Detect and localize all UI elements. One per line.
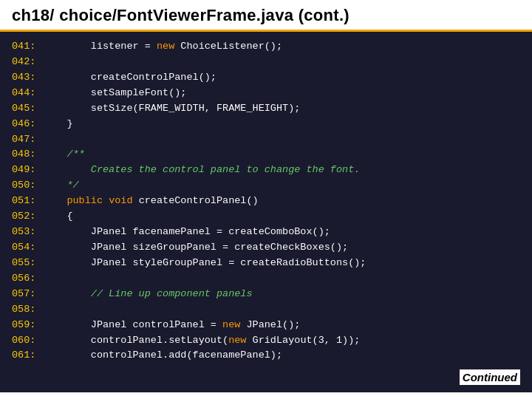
line-number: 051: bbox=[12, 194, 43, 209]
line-number: 053: bbox=[12, 225, 43, 240]
line-number: 057: bbox=[12, 287, 43, 302]
table-row: 054: JPanel sizeGroupPanel = createCheck… bbox=[12, 240, 520, 256]
line-code: public void createControlPanel() bbox=[43, 194, 520, 209]
table-row: 048: /** bbox=[12, 147, 520, 163]
line-code: setSize(FRAME_WIDTH, FRAME_HEIGHT); bbox=[43, 101, 520, 117]
line-code bbox=[43, 271, 520, 287]
line-code: { bbox=[43, 209, 520, 225]
table-row: 057: // Line up component panels bbox=[12, 287, 520, 302]
line-code bbox=[43, 302, 520, 318]
table-row: 045: setSize(FRAME_WIDTH, FRAME_HEIGHT); bbox=[12, 101, 520, 117]
line-code: /** bbox=[43, 147, 520, 163]
line-number: 049: bbox=[12, 163, 43, 178]
line-code: } bbox=[43, 117, 520, 132]
line-number: 056: bbox=[12, 271, 43, 287]
line-code bbox=[43, 132, 520, 148]
table-row: 060: controlPanel.setLayout(new GridLayo… bbox=[12, 333, 520, 349]
table-row: 041: listener = new ChoiceListener(); bbox=[12, 39, 520, 55]
line-code: controlPanel.add(facenamePanel); bbox=[43, 348, 520, 364]
table-row: 049: Creates the control panel to change… bbox=[12, 163, 520, 178]
table-row: 043: createControlPanel(); bbox=[12, 70, 520, 86]
line-code: JPanel styleGroupPanel = createRadioButt… bbox=[43, 256, 520, 271]
table-row: 061: controlPanel.add(facenamePanel); bbox=[12, 348, 520, 364]
table-row: 052: { bbox=[12, 209, 520, 225]
table-row: 042: bbox=[12, 55, 520, 70]
line-number: 052: bbox=[12, 209, 43, 225]
line-code: JPanel sizeGroupPanel = createCheckBoxes… bbox=[43, 240, 520, 256]
line-number: 045: bbox=[12, 101, 43, 117]
table-row: 055: JPanel styleGroupPanel = createRadi… bbox=[12, 256, 520, 271]
line-code: JPanel facenamePanel = createComboBox(); bbox=[43, 225, 520, 240]
line-code: listener = new ChoiceListener(); bbox=[43, 39, 520, 55]
line-number: 042: bbox=[12, 55, 43, 70]
slide-header: ch18/ choice/FontViewerFrame.java (cont.… bbox=[0, 0, 532, 32]
line-code: */ bbox=[43, 178, 520, 194]
table-row: 046: } bbox=[12, 117, 520, 132]
table-row: 058: bbox=[12, 302, 520, 318]
line-code: controlPanel.setLayout(new GridLayout(3,… bbox=[43, 333, 520, 349]
line-code: Creates the control panel to change the … bbox=[43, 163, 520, 178]
line-number: 055: bbox=[12, 256, 43, 271]
line-code: createControlPanel(); bbox=[43, 70, 520, 86]
code-content: 041: listener = new ChoiceListener();042… bbox=[0, 32, 532, 392]
code-table: 041: listener = new ChoiceListener();042… bbox=[12, 39, 520, 364]
line-code: // Line up component panels bbox=[43, 287, 520, 302]
line-number: 050: bbox=[12, 178, 43, 194]
table-row: 053: JPanel facenamePanel = createComboB… bbox=[12, 225, 520, 240]
table-row: 050: */ bbox=[12, 178, 520, 194]
line-number: 048: bbox=[12, 147, 43, 163]
table-row: 044: setSampleFont(); bbox=[12, 86, 520, 101]
line-number: 046: bbox=[12, 117, 43, 132]
slide-title: ch18/ choice/FontViewerFrame.java (cont.… bbox=[12, 6, 349, 24]
table-row: 051: public void createControlPanel() bbox=[12, 194, 520, 209]
table-row: 059: JPanel controlPanel = new JPanel(); bbox=[12, 318, 520, 333]
line-number: 043: bbox=[12, 70, 43, 86]
line-number: 059: bbox=[12, 318, 43, 333]
page: ch18/ choice/FontViewerFrame.java (cont.… bbox=[0, 0, 532, 392]
line-code: JPanel controlPanel = new JPanel(); bbox=[43, 318, 520, 333]
table-row: 056: bbox=[12, 271, 520, 287]
table-row: 047: bbox=[12, 132, 520, 148]
line-code bbox=[43, 55, 520, 70]
line-number: 058: bbox=[12, 302, 43, 318]
line-number: 041: bbox=[12, 39, 43, 55]
line-code: setSampleFont(); bbox=[43, 86, 520, 101]
line-number: 061: bbox=[12, 348, 43, 364]
continued-label: Continued bbox=[460, 369, 520, 385]
line-number: 054: bbox=[12, 240, 43, 256]
line-number: 047: bbox=[12, 132, 43, 148]
line-number: 060: bbox=[12, 333, 43, 349]
line-number: 044: bbox=[12, 86, 43, 101]
